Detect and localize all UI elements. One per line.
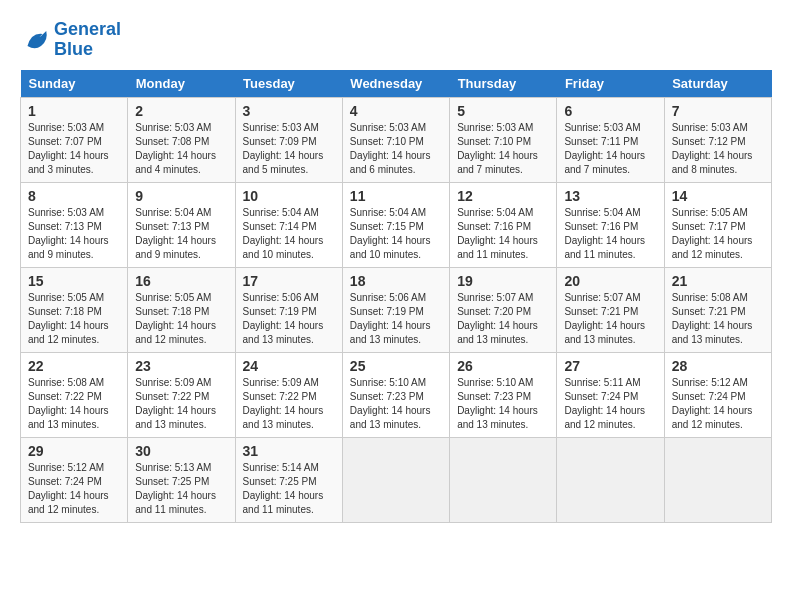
- day-info: Sunrise: 5:03 AM Sunset: 7:09 PM Dayligh…: [243, 121, 335, 177]
- day-cell: 4 Sunrise: 5:03 AM Sunset: 7:10 PM Dayli…: [342, 97, 449, 182]
- day-info: Sunrise: 5:08 AM Sunset: 7:21 PM Dayligh…: [672, 291, 764, 347]
- header-cell-monday: Monday: [128, 70, 235, 98]
- day-number: 3: [243, 103, 335, 119]
- day-info: Sunrise: 5:08 AM Sunset: 7:22 PM Dayligh…: [28, 376, 120, 432]
- day-number: 29: [28, 443, 120, 459]
- day-number: 10: [243, 188, 335, 204]
- day-cell: [664, 437, 771, 522]
- day-number: 23: [135, 358, 227, 374]
- day-number: 24: [243, 358, 335, 374]
- week-row: 15 Sunrise: 5:05 AM Sunset: 7:18 PM Dayl…: [21, 267, 772, 352]
- day-number: 25: [350, 358, 442, 374]
- day-cell: 16 Sunrise: 5:05 AM Sunset: 7:18 PM Dayl…: [128, 267, 235, 352]
- day-number: 8: [28, 188, 120, 204]
- header-cell-thursday: Thursday: [450, 70, 557, 98]
- day-info: Sunrise: 5:03 AM Sunset: 7:10 PM Dayligh…: [350, 121, 442, 177]
- day-cell: 19 Sunrise: 5:07 AM Sunset: 7:20 PM Dayl…: [450, 267, 557, 352]
- header-cell-sunday: Sunday: [21, 70, 128, 98]
- day-info: Sunrise: 5:04 AM Sunset: 7:16 PM Dayligh…: [564, 206, 656, 262]
- day-number: 30: [135, 443, 227, 459]
- day-number: 19: [457, 273, 549, 289]
- day-cell: 13 Sunrise: 5:04 AM Sunset: 7:16 PM Dayl…: [557, 182, 664, 267]
- day-cell: 10 Sunrise: 5:04 AM Sunset: 7:14 PM Dayl…: [235, 182, 342, 267]
- day-cell: 21 Sunrise: 5:08 AM Sunset: 7:21 PM Dayl…: [664, 267, 771, 352]
- day-cell: 25 Sunrise: 5:10 AM Sunset: 7:23 PM Dayl…: [342, 352, 449, 437]
- day-cell: 2 Sunrise: 5:03 AM Sunset: 7:08 PM Dayli…: [128, 97, 235, 182]
- logo-text: General Blue: [54, 20, 121, 60]
- header-cell-saturday: Saturday: [664, 70, 771, 98]
- day-info: Sunrise: 5:07 AM Sunset: 7:21 PM Dayligh…: [564, 291, 656, 347]
- day-info: Sunrise: 5:04 AM Sunset: 7:16 PM Dayligh…: [457, 206, 549, 262]
- day-number: 16: [135, 273, 227, 289]
- day-info: Sunrise: 5:11 AM Sunset: 7:24 PM Dayligh…: [564, 376, 656, 432]
- day-number: 2: [135, 103, 227, 119]
- day-cell: 1 Sunrise: 5:03 AM Sunset: 7:07 PM Dayli…: [21, 97, 128, 182]
- header-row: SundayMondayTuesdayWednesdayThursdayFrid…: [21, 70, 772, 98]
- day-info: Sunrise: 5:04 AM Sunset: 7:15 PM Dayligh…: [350, 206, 442, 262]
- day-cell: 29 Sunrise: 5:12 AM Sunset: 7:24 PM Dayl…: [21, 437, 128, 522]
- day-number: 7: [672, 103, 764, 119]
- calendar-body: 1 Sunrise: 5:03 AM Sunset: 7:07 PM Dayli…: [21, 97, 772, 522]
- calendar-header: SundayMondayTuesdayWednesdayThursdayFrid…: [21, 70, 772, 98]
- day-info: Sunrise: 5:03 AM Sunset: 7:13 PM Dayligh…: [28, 206, 120, 262]
- week-row: 1 Sunrise: 5:03 AM Sunset: 7:07 PM Dayli…: [21, 97, 772, 182]
- day-cell: 6 Sunrise: 5:03 AM Sunset: 7:11 PM Dayli…: [557, 97, 664, 182]
- day-number: 20: [564, 273, 656, 289]
- day-info: Sunrise: 5:03 AM Sunset: 7:10 PM Dayligh…: [457, 121, 549, 177]
- header-cell-wednesday: Wednesday: [342, 70, 449, 98]
- day-number: 1: [28, 103, 120, 119]
- day-cell: 8 Sunrise: 5:03 AM Sunset: 7:13 PM Dayli…: [21, 182, 128, 267]
- day-cell: 24 Sunrise: 5:09 AM Sunset: 7:22 PM Dayl…: [235, 352, 342, 437]
- day-number: 12: [457, 188, 549, 204]
- day-number: 21: [672, 273, 764, 289]
- day-number: 22: [28, 358, 120, 374]
- day-cell: 9 Sunrise: 5:04 AM Sunset: 7:13 PM Dayli…: [128, 182, 235, 267]
- day-cell: 14 Sunrise: 5:05 AM Sunset: 7:17 PM Dayl…: [664, 182, 771, 267]
- day-info: Sunrise: 5:04 AM Sunset: 7:13 PM Dayligh…: [135, 206, 227, 262]
- day-number: 26: [457, 358, 549, 374]
- page-header: General Blue: [20, 20, 772, 60]
- day-cell: 17 Sunrise: 5:06 AM Sunset: 7:19 PM Dayl…: [235, 267, 342, 352]
- day-info: Sunrise: 5:05 AM Sunset: 7:17 PM Dayligh…: [672, 206, 764, 262]
- day-cell: 18 Sunrise: 5:06 AM Sunset: 7:19 PM Dayl…: [342, 267, 449, 352]
- day-info: Sunrise: 5:03 AM Sunset: 7:11 PM Dayligh…: [564, 121, 656, 177]
- day-info: Sunrise: 5:10 AM Sunset: 7:23 PM Dayligh…: [350, 376, 442, 432]
- day-info: Sunrise: 5:06 AM Sunset: 7:19 PM Dayligh…: [350, 291, 442, 347]
- day-info: Sunrise: 5:10 AM Sunset: 7:23 PM Dayligh…: [457, 376, 549, 432]
- day-cell: [342, 437, 449, 522]
- day-cell: 23 Sunrise: 5:09 AM Sunset: 7:22 PM Dayl…: [128, 352, 235, 437]
- day-number: 15: [28, 273, 120, 289]
- day-info: Sunrise: 5:04 AM Sunset: 7:14 PM Dayligh…: [243, 206, 335, 262]
- day-number: 31: [243, 443, 335, 459]
- day-number: 5: [457, 103, 549, 119]
- day-info: Sunrise: 5:03 AM Sunset: 7:12 PM Dayligh…: [672, 121, 764, 177]
- day-cell: 12 Sunrise: 5:04 AM Sunset: 7:16 PM Dayl…: [450, 182, 557, 267]
- day-cell: [450, 437, 557, 522]
- day-info: Sunrise: 5:12 AM Sunset: 7:24 PM Dayligh…: [672, 376, 764, 432]
- day-number: 4: [350, 103, 442, 119]
- week-row: 22 Sunrise: 5:08 AM Sunset: 7:22 PM Dayl…: [21, 352, 772, 437]
- calendar-table: SundayMondayTuesdayWednesdayThursdayFrid…: [20, 70, 772, 523]
- day-info: Sunrise: 5:07 AM Sunset: 7:20 PM Dayligh…: [457, 291, 549, 347]
- day-cell: [557, 437, 664, 522]
- day-info: Sunrise: 5:14 AM Sunset: 7:25 PM Dayligh…: [243, 461, 335, 517]
- day-cell: 28 Sunrise: 5:12 AM Sunset: 7:24 PM Dayl…: [664, 352, 771, 437]
- day-info: Sunrise: 5:03 AM Sunset: 7:07 PM Dayligh…: [28, 121, 120, 177]
- day-cell: 3 Sunrise: 5:03 AM Sunset: 7:09 PM Dayli…: [235, 97, 342, 182]
- day-cell: 26 Sunrise: 5:10 AM Sunset: 7:23 PM Dayl…: [450, 352, 557, 437]
- day-info: Sunrise: 5:09 AM Sunset: 7:22 PM Dayligh…: [243, 376, 335, 432]
- day-info: Sunrise: 5:12 AM Sunset: 7:24 PM Dayligh…: [28, 461, 120, 517]
- day-info: Sunrise: 5:09 AM Sunset: 7:22 PM Dayligh…: [135, 376, 227, 432]
- week-row: 29 Sunrise: 5:12 AM Sunset: 7:24 PM Dayl…: [21, 437, 772, 522]
- day-number: 13: [564, 188, 656, 204]
- day-info: Sunrise: 5:13 AM Sunset: 7:25 PM Dayligh…: [135, 461, 227, 517]
- day-cell: 22 Sunrise: 5:08 AM Sunset: 7:22 PM Dayl…: [21, 352, 128, 437]
- day-number: 11: [350, 188, 442, 204]
- logo: General Blue: [20, 20, 121, 60]
- day-cell: 31 Sunrise: 5:14 AM Sunset: 7:25 PM Dayl…: [235, 437, 342, 522]
- day-info: Sunrise: 5:05 AM Sunset: 7:18 PM Dayligh…: [28, 291, 120, 347]
- day-number: 6: [564, 103, 656, 119]
- header-cell-tuesday: Tuesday: [235, 70, 342, 98]
- day-info: Sunrise: 5:05 AM Sunset: 7:18 PM Dayligh…: [135, 291, 227, 347]
- day-cell: 30 Sunrise: 5:13 AM Sunset: 7:25 PM Dayl…: [128, 437, 235, 522]
